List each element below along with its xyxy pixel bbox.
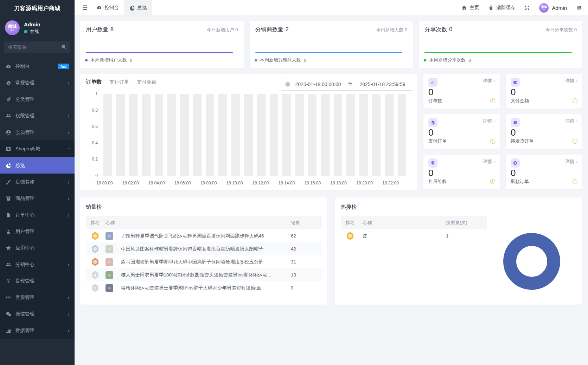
chevron-left-icon: ‹ bbox=[68, 261, 69, 267]
info-warning-icon[interactable]: ! bbox=[490, 179, 495, 184]
chevron-down-icon: ‹ bbox=[65, 148, 72, 149]
chart-bar bbox=[334, 94, 342, 176]
info-warning-icon[interactable]: ! bbox=[573, 98, 577, 103]
summary-value: 0 bbox=[511, 87, 577, 98]
legend-dot-icon bbox=[424, 59, 426, 61]
legend-dot-icon bbox=[85, 59, 88, 61]
chevron-right-icon: › bbox=[494, 159, 495, 164]
chevron-right-icon: › bbox=[576, 78, 577, 83]
sidebar-item-shopro[interactable]: Shopro商城 ‹ bbox=[0, 141, 75, 157]
heart-box-icon bbox=[5, 146, 12, 152]
stat-today: 今日新增用户 0 bbox=[207, 26, 238, 33]
summary-label: 售后维权 bbox=[428, 178, 447, 185]
sidebar-item-wechat[interactable]: 微信管理 ‹ bbox=[0, 306, 75, 322]
info-warning-icon[interactable]: ! bbox=[490, 98, 495, 103]
sidebar-item-data[interactable]: 数据管理 ‹ bbox=[0, 322, 75, 339]
summary-value: 0 bbox=[428, 128, 495, 138]
trash-icon bbox=[488, 5, 494, 11]
chart-tab-paid-orders[interactable]: 支付订单 bbox=[109, 79, 129, 85]
chart-bar bbox=[180, 94, 188, 176]
search-count: 1 bbox=[446, 233, 487, 239]
sidebar-item-users[interactable]: 用户管理 bbox=[0, 223, 75, 240]
info-warning-icon[interactable]: ! bbox=[573, 179, 577, 184]
hamburger-menu-icon[interactable]: ☰ bbox=[79, 4, 91, 12]
sidebar-item-customer-service[interactable]: 客服管理 ‹ bbox=[0, 289, 75, 306]
star-icon bbox=[5, 245, 12, 251]
chart-bar bbox=[218, 94, 227, 176]
chevron-left-icon: ‹ bbox=[68, 112, 69, 119]
table-row[interactable]: 4 猫人男士睡衣男夏季100%纯棉薄款圆领套头短袖套装男ins潮休闲运动... … bbox=[86, 268, 322, 281]
chart-bar bbox=[282, 94, 291, 176]
rank-badge: 5 bbox=[91, 284, 99, 292]
sidebar-item-general[interactable]: 常规管理 ‹ bbox=[0, 74, 75, 91]
fullscreen-icon[interactable] bbox=[524, 5, 530, 11]
summary-value: 0 bbox=[428, 168, 495, 178]
chart-bar bbox=[321, 94, 329, 176]
chart-tab-orders[interactable]: 订单数 bbox=[86, 79, 102, 85]
home-link[interactable]: 主页 bbox=[461, 5, 479, 11]
table-row[interactable]: 5 嘻哈休闲运动套装男士夏季潮牌ins胖子大码青少年男装短裤短袖t血 9 bbox=[86, 281, 322, 294]
wallet-icon bbox=[511, 78, 520, 87]
sales-value: 62 bbox=[291, 233, 322, 239]
search-input[interactable]: 搜索菜单 bbox=[4, 41, 70, 53]
chevron-right-icon: › bbox=[494, 78, 495, 83]
chart-bar bbox=[257, 94, 266, 176]
table-row[interactable]: 森马国潮短裤男夏季潮印花大码中国风裤子休闲嘻哈潮流宽松五分裤 31 bbox=[86, 255, 322, 268]
sidebar-item-distribution[interactable]: 分销中心 ‹ bbox=[0, 256, 75, 273]
gauge-icon bbox=[5, 64, 12, 69]
detail-link[interactable]: 详情› bbox=[565, 78, 577, 84]
sidebar-item-withdrawal[interactable]: ¥ 提现管理 bbox=[0, 273, 75, 289]
chart-tab-paid-amount[interactable]: 支付金额 bbox=[137, 79, 156, 85]
chevron-left-icon: ‹ bbox=[68, 195, 69, 201]
tab-dashboard[interactable]: 控制台 bbox=[91, 0, 124, 16]
wechat-icon bbox=[5, 311, 12, 317]
pie-chart-icon bbox=[5, 163, 12, 168]
document-icon bbox=[5, 212, 12, 218]
sidebar-item-orders[interactable]: 订单中心 ‹ bbox=[0, 207, 75, 223]
sidebar-item-permissions[interactable]: 权限管理 ‹ bbox=[0, 107, 75, 124]
tab-overview[interactable]: 总览 bbox=[124, 0, 152, 16]
avatar[interactable]: 商城 · B2C · bbox=[5, 20, 20, 35]
sidebar-item-dashboard[interactable]: 控制台 hot bbox=[0, 58, 75, 74]
sidebar-item-overview[interactable]: 总览 bbox=[0, 157, 75, 174]
table-row[interactable]: 皮 1 bbox=[341, 229, 487, 242]
list-icon bbox=[5, 295, 12, 300]
hot-search-table: 排名 名称 搜索量(次) 皮 1 bbox=[341, 216, 487, 290]
chart-bar bbox=[244, 94, 253, 176]
yen-icon: ¥ bbox=[5, 278, 12, 284]
info-warning-icon[interactable]: ! bbox=[490, 139, 495, 144]
table-row[interactable]: 中国风龙图案棒球帽男潮牌休闲鸭舌帽女潮流百搭防晒遮阳太阳帽子 42 bbox=[86, 242, 322, 255]
shopro-group: Shopro商城 ‹ 总览 店铺装修 ‹ 商品管理 ‹ 订单中心 ‹ bbox=[0, 141, 75, 339]
date-range-picker[interactable]: 2025-01-18 00:00:00 至 2025-01-18 23:59:5… bbox=[281, 78, 413, 91]
table-row[interactable]: 刀锋男鞋夏季透气防臭飞织运动鞋男潮流百搭休闲网面跑步鞋大码46 62 bbox=[86, 229, 322, 242]
user-menu[interactable]: 商城 B2C Admin bbox=[539, 3, 567, 13]
summary-card-aftersale: 详情› 0 售后维权! bbox=[423, 155, 500, 189]
detail-link[interactable]: 详情› bbox=[483, 78, 495, 84]
detail-link[interactable]: 详情› bbox=[483, 118, 495, 124]
sidebar-item-members[interactable]: 会员管理 ‹ bbox=[0, 124, 75, 141]
pie-chart-icon bbox=[129, 5, 135, 11]
stat-card-shares: 分享次数0 今日分享次数 0 本周新增分享次数0 bbox=[419, 21, 582, 68]
sidebar-item-apps[interactable]: 应用中心 bbox=[0, 240, 75, 256]
product-name: 中国风龙图案棒球帽男潮牌休闲鸭舌帽女潮流百搭防晒遮阳太阳帽子 bbox=[121, 246, 291, 252]
date-end-input[interactable]: 2025-01-18 23:59:59 bbox=[356, 82, 409, 87]
chart-bar bbox=[231, 94, 240, 176]
detail-link[interactable]: 详情› bbox=[483, 158, 495, 165]
chart-bar bbox=[167, 94, 176, 176]
summary-value: 0 bbox=[428, 87, 495, 98]
sidebar-item-store-design[interactable]: 店铺装修 ‹ bbox=[0, 174, 75, 190]
settings-gear-icon[interactable] bbox=[576, 5, 582, 11]
search-icon[interactable] bbox=[61, 44, 66, 51]
sidebar-item-category[interactable]: 分类管理 bbox=[0, 91, 75, 107]
summary-cards-grid: 详情› 0 订单数! 详情› 0 支付金额! 详情› bbox=[423, 74, 582, 190]
detail-link[interactable]: 详情› bbox=[565, 118, 577, 124]
user-status: 在线 bbox=[24, 28, 40, 35]
info-warning-icon[interactable]: ! bbox=[573, 139, 577, 144]
date-start-input[interactable]: 2025-01-18 00:00:00 bbox=[291, 82, 345, 87]
sidebar-item-products[interactable]: 商品管理 ‹ bbox=[0, 190, 75, 207]
clear-cache-button[interactable]: 清除缓存 bbox=[488, 5, 515, 11]
stat-legend: 本周新增分销商人数0 bbox=[255, 57, 306, 63]
chevron-right-icon: › bbox=[494, 119, 495, 124]
detail-link[interactable]: 详情› bbox=[565, 158, 577, 165]
leaf-icon bbox=[5, 97, 12, 102]
